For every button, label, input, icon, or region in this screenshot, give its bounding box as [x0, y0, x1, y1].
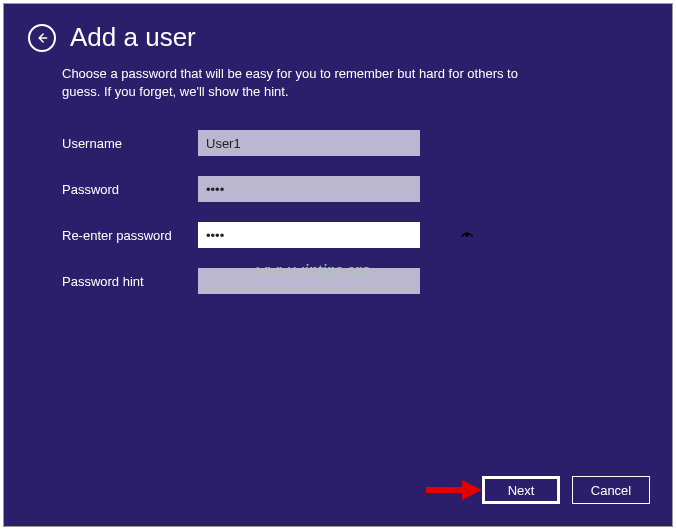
row-reenter-password: Re-enter password	[62, 222, 632, 248]
cancel-button[interactable]: Cancel	[572, 476, 650, 504]
back-arrow-icon	[35, 31, 49, 45]
label-username: Username	[62, 136, 198, 151]
footer-buttons: Next Cancel	[482, 476, 650, 504]
svg-point-0	[465, 234, 468, 237]
reveal-password-button[interactable]	[456, 222, 478, 248]
add-user-form: Username Password Re-enter password Pass…	[4, 100, 672, 294]
svg-marker-2	[462, 480, 482, 500]
username-input[interactable]	[198, 130, 420, 156]
reenter-password-input[interactable]	[198, 222, 420, 248]
label-password: Password	[62, 182, 198, 197]
page-title: Add a user	[70, 22, 196, 53]
row-password-hint: Password hint	[62, 268, 632, 294]
page-subtitle: Choose a password that will be easy for …	[4, 53, 564, 100]
annotation-arrow-icon	[424, 478, 484, 502]
header: Add a user	[4, 4, 672, 53]
password-hint-input[interactable]	[198, 268, 420, 294]
dialog-frame: Add a user Choose a password that will b…	[3, 3, 673, 527]
next-button[interactable]: Next	[482, 476, 560, 504]
label-reenter-password: Re-enter password	[62, 228, 198, 243]
back-button[interactable]	[28, 24, 56, 52]
row-password: Password	[62, 176, 632, 202]
row-username: Username	[62, 130, 632, 156]
password-input[interactable]	[198, 176, 420, 202]
label-password-hint: Password hint	[62, 274, 198, 289]
eye-icon	[459, 227, 475, 243]
